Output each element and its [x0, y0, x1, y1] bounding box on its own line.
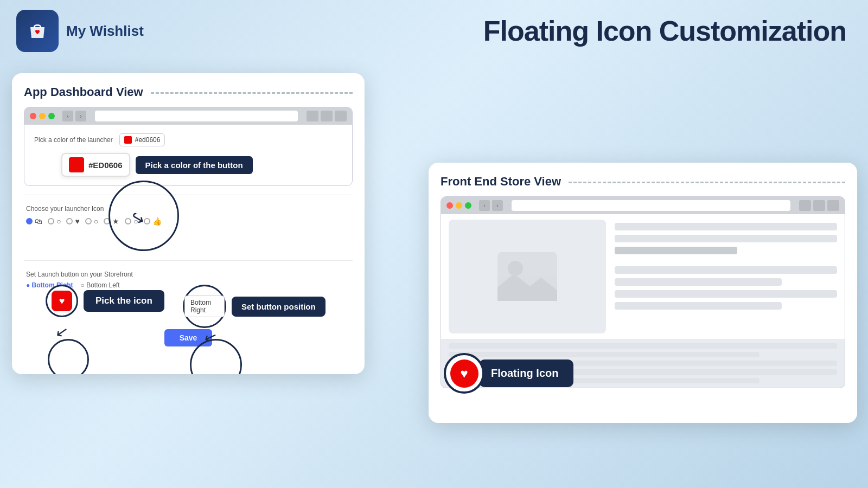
position-label: Set Launch button on your Storefront: [26, 271, 350, 278]
dot-red: [30, 113, 36, 119]
content-line-1: [615, 223, 837, 230]
dashed-divider: [151, 92, 353, 94]
fe-browser-url-bar[interactable]: [512, 200, 790, 211]
icon-option-bag[interactable]: 🛍: [26, 217, 42, 226]
icon-heart: ♥: [75, 217, 79, 226]
content-line-5: [615, 278, 782, 286]
nav-back[interactable]: ‹: [62, 111, 73, 121]
dashboard-title: App Dashboard View: [24, 85, 353, 99]
fe-browser-nav: ‹ ›: [479, 200, 503, 211]
frontend-title: Front End Store View: [441, 175, 845, 189]
icon-circle-2: ○: [94, 217, 98, 226]
color-callout-row: #ED0606 Pick a color of the button: [61, 153, 342, 177]
content-line-4: [615, 266, 837, 274]
icon-red-heart: ♥: [52, 291, 72, 311]
callout-hash: #ED0606: [88, 160, 123, 170]
position-circle: Bottom Right: [183, 285, 226, 328]
image-placeholder-icon: [495, 249, 560, 304]
icon-section: Choose your launcher Icon 🛍 ○ ♥ ○ ★: [24, 201, 353, 230]
bottom-line-1: [449, 343, 837, 349]
logo-icon: [25, 18, 50, 43]
icon-thumbs: 👍: [152, 217, 162, 226]
fe-browser-actions: [799, 200, 839, 211]
color-picker-row: Pick a color of the launcher #ed0606: [34, 133, 342, 146]
icon-option-circle[interactable]: ○: [48, 217, 61, 226]
browser-actions: [307, 111, 347, 121]
browser-action-3[interactable]: [335, 111, 347, 121]
browser-nav: ‹ ›: [62, 111, 86, 121]
page-title: Floating Icon Customization: [483, 15, 846, 47]
fe-action-2[interactable]: [813, 200, 825, 211]
browser-dots: [30, 113, 55, 119]
radio-unselected-3: [85, 218, 92, 224]
fe-dashed-divider: [569, 182, 845, 183]
browser-color-content: Pick a color of the launcher #ed0606 #ED…: [24, 125, 352, 185]
position-callout: Bottom Right Set button position: [183, 285, 326, 328]
icon-circle: ○: [56, 217, 61, 226]
browser-url-bar[interactable]: [95, 111, 298, 121]
icon-circle-3: ○: [133, 217, 138, 226]
color-label: Pick a color of the launcher: [34, 136, 113, 144]
position-input[interactable]: Bottom Right: [184, 296, 225, 317]
floating-icon-demo: ♥ Floating Icon: [444, 353, 573, 394]
section-divider-2: [24, 260, 353, 261]
icon-preview-circle: ♥: [46, 285, 78, 317]
radio-selected: [26, 218, 33, 224]
content-line-7: [615, 302, 782, 310]
dot-yellow: [39, 113, 46, 119]
radio-unselected-6: [144, 218, 150, 224]
fe-browser-content: [441, 214, 845, 339]
fe-dot-yellow: [456, 202, 462, 209]
color-swatch-small: [124, 136, 132, 144]
dot-green: [48, 113, 55, 119]
float-heart-button[interactable]: ♥: [450, 359, 478, 388]
fe-browser-bar: ‹ ›: [441, 197, 845, 214]
icon-option-thumbs[interactable]: 👍: [144, 217, 162, 226]
color-input-field[interactable]: #ed0606: [119, 133, 165, 146]
fe-action-3[interactable]: [827, 200, 839, 211]
floating-icon-label: Floating Icon: [479, 359, 573, 387]
browser-action-2[interactable]: [321, 111, 333, 121]
fe-browser-dots: [446, 202, 471, 209]
float-circle: ♥: [444, 353, 484, 394]
icon-option-circle3[interactable]: ○: [125, 217, 138, 226]
icon-option-heart[interactable]: ♥: [66, 217, 79, 226]
callout-bubble: #ED0606: [61, 153, 130, 177]
browser-mockup: ‹ › Pick a color of the launcher #ed0606: [24, 107, 353, 186]
radio-unselected-5: [125, 218, 131, 224]
content-line-6: [615, 290, 837, 298]
browser-action-1[interactable]: [307, 111, 318, 121]
fe-action-1[interactable]: [799, 200, 811, 211]
section-divider-1: [24, 195, 353, 195]
dashboard-panel: App Dashboard View ‹ › Pick a: [12, 73, 365, 374]
radio-unselected-4: [104, 218, 110, 224]
logo-box: [16, 10, 59, 52]
logo-area: My Wishlist: [16, 10, 144, 52]
save-button[interactable]: Save: [164, 329, 213, 346]
icon-star: ★: [112, 217, 119, 226]
fe-content-lines: [615, 220, 837, 333]
nav-forward[interactable]: ›: [75, 111, 86, 121]
icon-bag: 🛍: [35, 217, 42, 226]
app-name: My Wishlist: [66, 23, 144, 40]
icon-option-star[interactable]: ★: [104, 217, 119, 226]
content-line-3: [615, 247, 737, 254]
frontend-panel: Front End Store View ‹ ›: [429, 163, 857, 423]
radio-unselected-2: [66, 218, 73, 224]
icon-row: 🛍 ○ ♥ ○ ★ ○ �: [26, 217, 350, 226]
radio-unselected-1: [48, 218, 54, 224]
fe-nav-back[interactable]: ‹: [479, 200, 490, 211]
browser-bar: ‹ ›: [24, 107, 352, 125]
icon-option-circle2[interactable]: ○: [85, 217, 98, 226]
fe-image-placeholder: [449, 220, 606, 333]
header: My Wishlist Floating Icon Customization: [0, 0, 868, 57]
set-position-label: Set button position: [232, 297, 326, 317]
callout-swatch: [69, 157, 84, 172]
pick-icon-label: Pick the icon: [84, 290, 164, 312]
svg-point-2: [508, 261, 523, 276]
fe-nav-forward[interactable]: ›: [492, 200, 503, 211]
pick-icon-callout: ♥ Pick the icon: [46, 285, 164, 317]
content-line-2: [615, 235, 837, 242]
color-hash-value: #ed0606: [135, 136, 161, 144]
fe-dot-green: [465, 202, 471, 209]
